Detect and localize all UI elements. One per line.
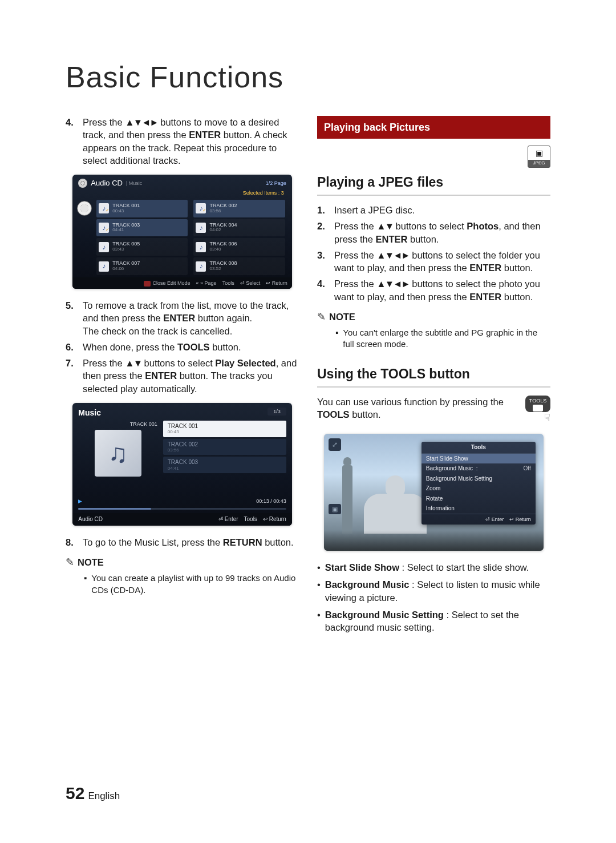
t: Press the [334, 250, 376, 260]
page: Basic Functions 4. Press the ▲▼◄► button… [0, 0, 616, 639]
bullet-icon: ▪ [335, 327, 338, 350]
jpeg-label: JPEG [528, 160, 550, 167]
bullet-text: Background Music Setting : Select to set… [325, 608, 550, 634]
left-column: 4. Press the ▲▼◄► buttons to move to a d… [66, 116, 299, 639]
t: button. [501, 292, 533, 302]
tools-menu-item: Rotate [422, 494, 536, 504]
right-column: Playing back Pictures ▣ JPEG Playing a J… [317, 116, 550, 639]
ss2-title: Music [78, 408, 101, 418]
item-label: Zoom [426, 485, 441, 493]
track-time: 03:40 [209, 247, 237, 252]
enter-hint: ⏎ Enter [218, 515, 238, 523]
ss2-body: TRACK 001 ♫ TRACK 00100:43TRACK 00203:56… [72, 421, 291, 495]
tools-intro-text: You can use various function by pressing… [317, 396, 520, 421]
tools-intro-row: You can use various function by pressing… [317, 396, 550, 425]
track-info: TRACK 00603:40 [209, 241, 237, 252]
ss1-header: Audio CD | Music 1/2 Page [72, 175, 291, 189]
t: Press the [83, 358, 125, 368]
enter-label: ENTER [163, 313, 195, 323]
step-number: 6. [66, 341, 83, 353]
tools-menu-item: Information [422, 503, 536, 514]
t: button. [501, 263, 533, 273]
play-time: 00:13 / 00:43 [256, 498, 286, 505]
step-text: To go to the Music List, press the RETUR… [83, 536, 299, 548]
updown-arrows-icon: ▲▼ [376, 221, 393, 231]
ss2-track-list: TRACK 00100:43TRACK 00203:56TRACK 00304:… [163, 421, 286, 492]
track-time: 03:52 [209, 267, 237, 272]
music-note-icon: ♪ [196, 203, 206, 213]
track-info: TRACK 00203:56 [209, 203, 237, 214]
tools-menu-screenshot: ⤢ ▣ Tools Start Slide ShowBackground Mus… [324, 434, 543, 551]
ss1-sidebar [72, 199, 96, 277]
heading-playing-jpeg: Playing a JPEG files [317, 174, 550, 196]
track-cell: ♪TRACK 00803:52 [193, 257, 285, 275]
note-header: ✎NOTE [317, 310, 550, 324]
t: Return [269, 516, 286, 522]
t: button. [350, 409, 381, 420]
photo-icon: ▣ [329, 504, 341, 514]
progress-bar [78, 508, 286, 510]
track-cell: ♪TRACK 00503:43 [96, 238, 188, 256]
ss1-page: 1/2 Page [266, 180, 286, 187]
t: When done, press the [83, 342, 177, 352]
heading-tools-button: Using the TOOLS button [317, 365, 550, 388]
bullet-icon: • [317, 608, 321, 634]
page-lang: English [88, 790, 120, 801]
track-cell: ♪TRACK 00203:56 [193, 200, 285, 217]
step-text: Press the ▲▼◄► buttons to move to a desi… [83, 116, 299, 167]
ss2-progress: ▶ 00:13 / 00:43 [72, 495, 291, 507]
page-number: 52 [66, 784, 84, 802]
track-info: TRACK 00803:52 [209, 261, 237, 272]
track-cell: ♪TRACK 00404:02 [193, 219, 285, 237]
ss2-footer: Audio CD ⏎ Enter Tools ↩ Return [72, 513, 291, 526]
tools-panel-items: Start Slide ShowBackground Music :OffBac… [422, 454, 536, 514]
jpeg-icon: ▣ JPEG [528, 146, 550, 168]
track-time: 04:06 [112, 267, 140, 272]
t: Return [516, 517, 531, 522]
tools-menu-item: Background Music Setting [422, 474, 536, 484]
t: Close Edit Mode [153, 280, 191, 286]
track-info: TRACK 00503:43 [112, 241, 140, 252]
step-text: Insert a JPEG disc. [334, 204, 550, 216]
step-5: 5. To remove a track from the list, move… [66, 299, 299, 337]
music-screenshot: Music 1/3 TRACK 001 ♫ TRACK 00100:43TRAC… [72, 403, 291, 526]
track-name: TRACK 001 [168, 423, 282, 430]
step-text: Press the ▲▼◄► buttons to select the pho… [334, 277, 550, 303]
updown-arrows-icon: ▲▼ [125, 358, 141, 368]
dpad-arrows-icon: ▲▼◄► [376, 279, 409, 289]
step-text: When done, press the TOOLS button. [83, 341, 299, 353]
music-note-icon: ♪ [99, 261, 109, 272]
music-note-icon: ♪ [99, 242, 109, 252]
ss2-page: 1/3 [268, 408, 286, 416]
track-cell: ♪TRACK 00100:43 [96, 200, 188, 217]
building-shape [342, 465, 352, 534]
ss1-title: Audio CD [91, 178, 123, 188]
t: Press the [83, 117, 125, 127]
playlist-item: TRACK 00203:56 [163, 439, 286, 455]
t: Select [246, 280, 260, 286]
tools-panel-foot: ⏎ Enter ↩ Return [422, 514, 536, 525]
item-label: Background Music : [426, 465, 478, 473]
src-label: Audio CD [78, 515, 103, 523]
note-header: ✎NOTE [66, 555, 299, 569]
bullet-icon: • [317, 561, 321, 574]
t: Tools [222, 280, 234, 286]
track-time: 03:43 [112, 247, 140, 252]
note-item: ▪You can't enlarge the subtitle and PG g… [335, 327, 550, 350]
music-note-icon: ♪ [99, 203, 109, 213]
photos-label: Photos [467, 221, 499, 231]
c-button-icon [144, 281, 151, 287]
step-text: Press the ▲▼ buttons to select Play Sele… [83, 357, 299, 395]
tools-label: TOOLS [177, 342, 210, 352]
t: button again. [195, 313, 252, 323]
track-cell: ♪TRACK 00704:06 [96, 257, 188, 275]
track-time: 00:43 [112, 209, 140, 214]
step-number: 3. [317, 249, 334, 275]
play-icon: ▶ [78, 498, 82, 505]
columns: 4. Press the ▲▼◄► buttons to move to a d… [66, 116, 550, 639]
play-selected-label: Play Selected [215, 358, 275, 368]
step-text: Press the ▲▼◄► buttons to select the fol… [334, 249, 550, 275]
note-text: You can't enlarge the subtitle and PG gr… [343, 327, 550, 350]
return-hint: ↩ Return [509, 516, 531, 523]
item-label: Start Slide Show [426, 455, 468, 463]
